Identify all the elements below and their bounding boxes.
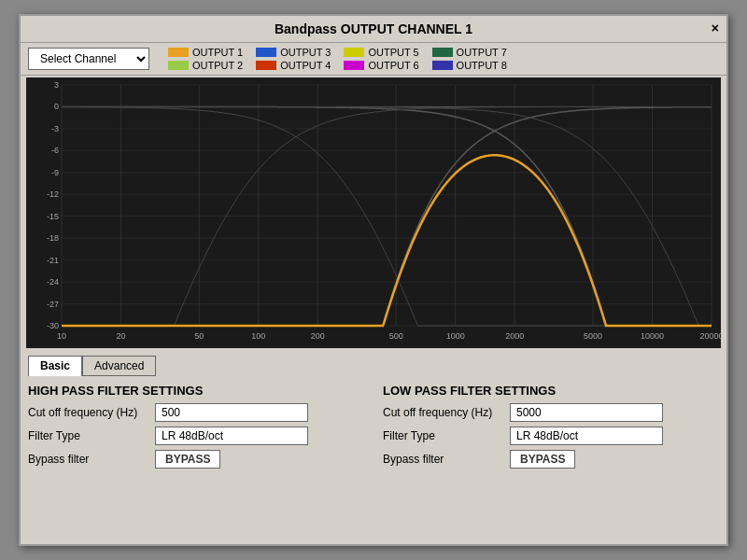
output1-color-swatch	[168, 48, 189, 57]
high-pass-type-label: Filter Type	[28, 429, 149, 442]
select-channel-dropdown[interactable]: Select Channel	[28, 48, 149, 70]
low-pass-type-input[interactable]	[510, 427, 663, 445]
low-pass-cutoff-input[interactable]	[510, 403, 663, 422]
low-pass-section: LOW PASS FILTER SETTINGS Cut off frequen…	[383, 384, 719, 473]
legend-output8: OUTPUT 8	[432, 60, 507, 71]
close-button[interactable]: ×	[712, 21, 719, 35]
high-pass-bypass-button[interactable]: BYPASS	[155, 450, 220, 469]
title-bar: Bandpass OUTPUT CHANNEL 1 ×	[21, 16, 726, 43]
tab-advanced[interactable]: Advanced	[82, 356, 156, 376]
filter-sections: HIGH PASS FILTER SETTINGS Cut off freque…	[28, 384, 719, 473]
high-pass-bypass-row: Bypass filter BYPASS	[28, 450, 364, 469]
output1-label: OUTPUT 1	[192, 47, 243, 58]
high-pass-cutoff-input[interactable]	[155, 403, 308, 422]
output8-color-swatch	[432, 61, 453, 70]
output3-label: OUTPUT 3	[280, 47, 331, 58]
output5-color-swatch	[344, 48, 364, 57]
high-pass-type-input[interactable]	[155, 427, 308, 445]
low-pass-bypass-row: Bypass filter BYPASS	[383, 450, 719, 469]
high-pass-type-row: Filter Type	[28, 427, 364, 445]
output6-color-swatch	[344, 61, 364, 70]
legend-output4: OUTPUT 4	[256, 60, 331, 71]
bottom-panel: Basic Advanced HIGH PASS FILTER SETTINGS…	[21, 350, 726, 479]
legend-output2: OUTPUT 2	[168, 60, 243, 71]
output5-label: OUTPUT 5	[368, 47, 418, 58]
legend-output3: OUTPUT 3	[256, 47, 331, 58]
high-pass-section: HIGH PASS FILTER SETTINGS Cut off freque…	[28, 384, 364, 473]
high-pass-cutoff-row: Cut off frequency (Hz)	[28, 403, 364, 422]
low-pass-bypass-label: Bypass filter	[383, 453, 504, 466]
low-pass-type-row: Filter Type	[383, 427, 719, 445]
frequency-chart	[26, 77, 721, 348]
legend-output7: OUTPUT 7	[432, 47, 507, 58]
legend-output5: OUTPUT 5	[344, 47, 418, 58]
low-pass-title: LOW PASS FILTER SETTINGS	[383, 384, 719, 398]
output8-label: OUTPUT 8	[457, 60, 507, 71]
low-pass-type-label: Filter Type	[383, 429, 504, 442]
output2-label: OUTPUT 2	[192, 60, 243, 71]
high-pass-cutoff-label: Cut off frequency (Hz)	[28, 406, 149, 419]
low-pass-cutoff-row: Cut off frequency (Hz)	[383, 403, 719, 422]
output7-label: OUTPUT 7	[457, 47, 507, 58]
low-pass-bypass-button[interactable]: BYPASS	[510, 450, 575, 469]
legend-output6: OUTPUT 6	[344, 60, 418, 71]
high-pass-title: HIGH PASS FILTER SETTINGS	[28, 384, 364, 398]
tab-bar: Basic Advanced	[28, 356, 719, 376]
window-title: Bandpass OUTPUT CHANNEL 1	[275, 21, 472, 36]
main-window: Bandpass OUTPUT CHANNEL 1 × Select Chann…	[19, 14, 728, 546]
output2-color-swatch	[168, 61, 189, 70]
chart-canvas	[26, 77, 721, 348]
legend-output1: OUTPUT 1	[168, 47, 243, 58]
output6-label: OUTPUT 6	[368, 60, 418, 71]
high-pass-bypass-label: Bypass filter	[28, 453, 149, 466]
output7-color-swatch	[432, 48, 453, 57]
output4-color-swatch	[256, 61, 276, 70]
channel-legend: OUTPUT 1 OUTPUT 3 OUTPUT 5 OUTPUT 7 OUTP…	[168, 47, 507, 71]
tab-basic[interactable]: Basic	[28, 356, 82, 376]
output4-label: OUTPUT 4	[280, 60, 331, 71]
low-pass-cutoff-label: Cut off frequency (Hz)	[383, 406, 504, 419]
toolbar: Select Channel OUTPUT 1 OUTPUT 3 OUTPUT …	[21, 43, 726, 76]
output3-color-swatch	[256, 48, 276, 57]
